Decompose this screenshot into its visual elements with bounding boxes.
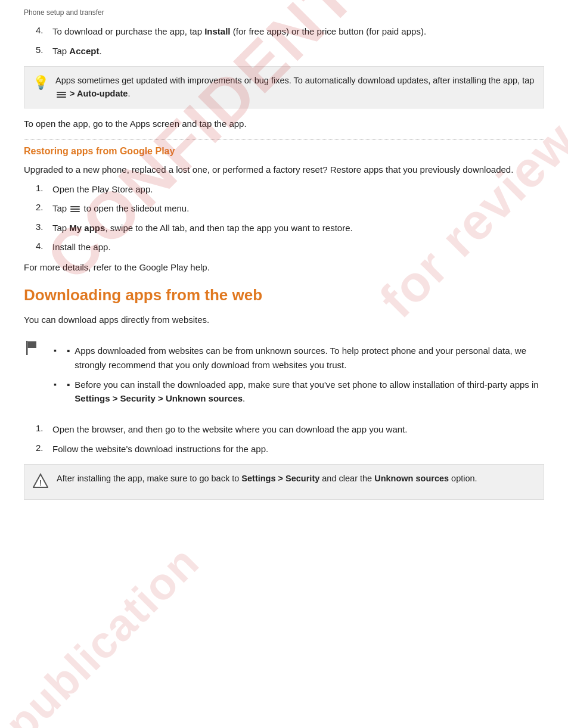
restoring-heading: Restoring apps from Google Play [24, 146, 544, 157]
restore-step-3-text2: , swipe to the All tab, and then tap the… [105, 223, 352, 233]
tip-text-end: . [128, 89, 130, 98]
section-divider-1 [24, 139, 544, 140]
flag-bullet-2-settings-bold: Settings > Security > Unknown sources [75, 393, 243, 403]
menu-icon-inline-2 [70, 205, 80, 213]
step-4-text1: To download or purchase the app, tap [52, 26, 204, 36]
web-step-1: 1. Open the browser, and then go to the … [24, 423, 544, 437]
restore-step-3-tap: Tap [52, 223, 69, 233]
restore-step-4: 4. Install the app. [24, 241, 544, 254]
flag-bullet-2: ▪ Before you can install the downloaded … [54, 378, 544, 406]
step-4-content: To download or purchase the app, tap Ins… [52, 25, 544, 39]
lightbulb-icon: 💡 [33, 75, 47, 91]
warning-unknown-sources-bold: Unknown sources [374, 474, 449, 483]
web-step-1-number: 1. [36, 423, 52, 437]
step-4-text2: (for free apps) or the price button (for… [231, 26, 427, 36]
flag-bullet-1: ▪ Apps downloaded from websites can be f… [54, 344, 544, 372]
step-5-accept-bold: Accept [69, 46, 99, 56]
step-5-tap: Tap [52, 46, 69, 56]
tip-auto-update-bold: > Auto-update [70, 89, 128, 98]
flag-bullet-2-part1: Before you can install the downloaded ap… [75, 379, 538, 390]
restore-step-4-number: 4. [36, 241, 52, 254]
flag-bullet-1-text: Apps downloaded from websites can be fro… [75, 344, 544, 372]
more-details-text: For more details, refer to the Google Pl… [24, 260, 544, 275]
flag-icon [24, 340, 38, 359]
web-step-2-number: 2. [36, 443, 52, 456]
step-4-number: 4. [36, 25, 52, 39]
tip-box: 💡 Apps sometimes get updated with improv… [24, 66, 544, 108]
restore-step-3-myapps-bold: My apps [69, 223, 105, 233]
page-content: Phone setup and transfer 4. To download … [0, 0, 568, 520]
flag-bullet-2-text: Before you can install the downloaded ap… [75, 378, 544, 406]
menu-inline-icon [57, 91, 66, 99]
svg-text:!: ! [39, 478, 42, 487]
restore-step-1-content: Open the Play Store app. [52, 183, 544, 197]
svg-rect-0 [26, 341, 28, 355]
restore-step-2-content: Tap to open the slideout menu. [52, 202, 544, 216]
restore-step-2: 2. Tap to open the slideout menu. [24, 202, 544, 216]
restore-step-3: 3. Tap My apps, swipe to the All tab, an… [24, 222, 544, 235]
web-step-2-content: Follow the website's download instructio… [52, 443, 544, 456]
open-app-text: To open the app, go to the Apps screen a… [24, 117, 544, 131]
step-4-install-bold: Install [204, 26, 230, 36]
warning-box: ! After installing the app, make sure to… [24, 464, 544, 500]
restore-step-3-content: Tap My apps, swipe to the All tab, and t… [52, 222, 544, 235]
web-step-1-content: Open the browser, and then go to the web… [52, 423, 544, 437]
step-5: 5. Tap Accept. [24, 45, 544, 58]
major-heading: Downloading apps from the web [24, 285, 544, 305]
restore-step-1: 1. Open the Play Store app. [24, 183, 544, 197]
tip-text: Apps sometimes get updated with improvem… [55, 74, 535, 101]
restore-step-3-number: 3. [36, 222, 52, 235]
restoring-body: Upgraded to a new phone, replaced a lost… [24, 163, 544, 177]
tip-text-part1: Apps sometimes get updated with improvem… [55, 76, 534, 85]
flag-note-box: ▪ Apps downloaded from websites can be f… [24, 337, 544, 413]
restore-step-2-number: 2. [36, 202, 52, 216]
flag-sub-list: ▪ Apps downloaded from websites can be f… [46, 344, 544, 405]
restore-step-1-number: 1. [36, 183, 52, 197]
warning-settings-security-bold: Settings > Security [241, 474, 319, 483]
warning-part1: After installing the app, make sure to g… [57, 474, 241, 483]
restore-step-2-tap: Tap [52, 203, 69, 213]
step-4: 4. To download or purchase the app, tap … [24, 25, 544, 39]
step-5-number: 5. [36, 45, 52, 58]
watermark-publication: publication [0, 536, 209, 728]
warning-part2: and clear the [319, 474, 374, 483]
step-5-end: . [99, 46, 101, 56]
warning-text: After installing the app, make sure to g… [57, 472, 477, 485]
flag-bullet-2-end: . [243, 393, 245, 403]
flag-bullet-1-marker: ▪ [67, 344, 70, 357]
flag-bullets: ▪ Apps downloaded from websites can be f… [46, 339, 544, 411]
step-5-content: Tap Accept. [52, 45, 544, 58]
warning-part3: option. [449, 474, 477, 483]
restore-step-2-text2: to open the slideout menu. [84, 203, 190, 213]
web-step-2: 2. Follow the website's download instruc… [24, 443, 544, 456]
warning-triangle-icon: ! [33, 473, 48, 492]
web-body-text: You can download apps directly from webs… [24, 313, 544, 327]
restore-step-4-content: Install the app. [52, 241, 544, 254]
flag-bullet-2-marker: ▪ [67, 378, 70, 391]
page-header: Phone setup and transfer [24, 5, 544, 17]
